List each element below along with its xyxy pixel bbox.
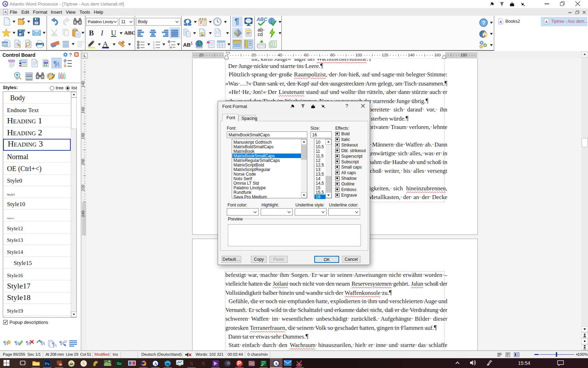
svg-text:S: S [190,360,193,367]
svg-text:A: A [154,361,157,366]
svg-text:7: 7 [200,21,202,25]
svg-text:1: 1 [169,43,170,47]
svg-text:A: A [499,20,502,24]
svg-text:A: A [545,20,548,24]
svg-text:A: A [4,10,7,14]
svg-text:A: A [61,341,64,346]
svg-text:A: A [275,361,278,366]
svg-text:1: 1 [64,62,66,65]
svg-text:A: A [4,2,7,6]
svg-text:Ps: Ps [45,362,49,366]
svg-text:S: S [202,360,205,367]
svg-text:A: A [42,341,45,346]
svg-text:3: 3 [153,46,155,49]
svg-text:A: A [54,342,57,348]
svg-text:S: S [82,361,85,366]
svg-text:A: A [16,341,20,346]
svg-text:Gc: Gc [117,362,122,366]
svg-text:?: ? [482,20,485,26]
svg-text:A: A [55,61,60,68]
